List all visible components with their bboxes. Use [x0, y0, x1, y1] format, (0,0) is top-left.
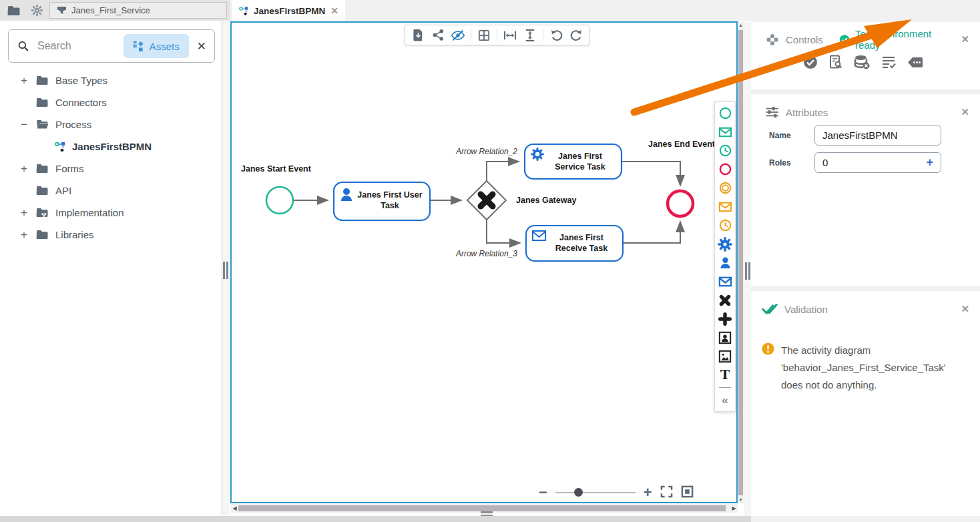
search-input[interactable] — [37, 40, 115, 52]
tree-item-forms[interactable]: + Forms — [0, 158, 222, 180]
collapse-icon[interactable]: − — [19, 118, 29, 132]
roles-value: 0 — [822, 157, 926, 168]
bottom-splitter-handle[interactable] — [481, 511, 493, 516]
tree-item-base-types[interactable]: + Base Types — [0, 69, 222, 91]
tab-close-icon[interactable]: ✕ — [330, 5, 338, 16]
flow-receivetask-to-end[interactable] — [623, 222, 680, 243]
zoom-bar: − + — [539, 486, 694, 499]
folder-icon — [36, 186, 49, 196]
message-intermediate-event-tool[interactable] — [717, 199, 733, 214]
receive-task-label[interactable]: Janes First Receive Task — [545, 233, 618, 254]
shape-palette: T « — [714, 101, 736, 412]
end-event-icon — [718, 162, 732, 176]
bpmn-diagram — [232, 23, 736, 502]
validation-message: The activity diagram 'behavior_Janes_Fir… — [781, 342, 960, 394]
end-event-shape[interactable] — [668, 191, 693, 216]
attributes-close-icon[interactable]: ✕ — [961, 106, 969, 118]
zoom-in-button[interactable]: + — [644, 487, 652, 498]
breadcrumb[interactable]: Janes_First_Service — [49, 2, 227, 19]
user-task-label[interactable]: Janes First User Task — [352, 190, 427, 211]
expand-icon[interactable]: + — [19, 162, 29, 176]
folder-button[interactable] — [4, 2, 24, 19]
clear-data-button[interactable] — [854, 55, 870, 72]
text-icon: T — [720, 368, 730, 381]
name-input[interactable] — [822, 129, 933, 141]
user-task-tool[interactable] — [717, 255, 733, 270]
image-tool[interactable] — [717, 348, 733, 364]
parallel-gateway-tool[interactable] — [717, 311, 733, 326]
folder-implementation-icon — [36, 208, 49, 218]
tree-item-implementation[interactable]: + Implementation — [0, 202, 222, 224]
search-box: Assets ✕ — [8, 29, 215, 63]
folder-icon — [36, 164, 49, 174]
tree-item-connectors[interactable]: Connectors — [0, 91, 222, 113]
end-event-tool[interactable] — [717, 162, 733, 177]
scroll-right-arrow[interactable]: ▶ — [730, 505, 738, 511]
splitter-handle[interactable] — [745, 262, 750, 280]
fullscreen-button[interactable] — [660, 485, 673, 501]
tree-item-api[interactable]: API — [0, 180, 222, 202]
bpmn-canvas[interactable]: Janes Start Event Janes First User Task … — [230, 21, 738, 503]
timer-intermediate-event-tool[interactable] — [717, 218, 733, 233]
fit-view-button[interactable] — [681, 485, 694, 501]
service-task-tool[interactable] — [717, 236, 733, 252]
relation-2-label[interactable]: Arrow Relation_2 — [443, 147, 517, 157]
start-event-tool[interactable] — [717, 105, 733, 121]
scroll-left-arrow[interactable]: ◀ — [231, 505, 238, 511]
exclusive-gateway-icon — [718, 294, 732, 307]
tags-button[interactable] — [907, 57, 923, 71]
service-task-icon — [718, 237, 732, 252]
folder-icon — [36, 97, 49, 107]
participant-tool[interactable] — [717, 330, 733, 345]
task-list-button[interactable] — [881, 55, 896, 71]
run-check-button[interactable] — [803, 55, 818, 72]
end-event-label[interactable]: Janes End Event — [648, 140, 722, 150]
right-splitter[interactable] — [744, 22, 751, 516]
zoom-slider-handle[interactable] — [574, 488, 583, 497]
intermediate-event-tool[interactable] — [717, 180, 733, 196]
splitter-handle[interactable] — [223, 262, 228, 279]
start-event-label[interactable]: Janes Start Event — [241, 164, 318, 175]
expand-icon[interactable]: + — [19, 228, 29, 242]
tree-label: Connectors — [55, 97, 107, 108]
flow-relation-3[interactable] — [487, 220, 520, 243]
zoom-out-button[interactable]: − — [539, 487, 547, 498]
canvas-vertical-scrollbar[interactable]: ▲ ▼ — [738, 22, 744, 503]
service-task-label[interactable]: Janes First Service Task — [543, 152, 617, 172]
tree-item-libraries[interactable]: + Libraries — [0, 224, 222, 246]
settings-button[interactable] — [27, 2, 47, 19]
tag-icon — [907, 57, 923, 68]
timer-start-event-tool[interactable] — [717, 143, 733, 158]
env-status: Test environment ready — [839, 28, 955, 51]
tree-item-process[interactable]: − Process — [0, 113, 222, 136]
expand-icon[interactable]: + — [19, 206, 29, 220]
horizontal-scroll-thumb[interactable] — [238, 505, 726, 511]
gateway-label[interactable]: Janes Gateway — [516, 196, 576, 206]
env-status-label: Test environment ready — [855, 28, 954, 51]
controls-close-icon[interactable]: ✕ — [961, 33, 969, 45]
audit-log-button[interactable] — [829, 55, 842, 72]
assets-filter-chip[interactable]: Assets — [124, 34, 189, 58]
vertical-scroll-thumb[interactable] — [738, 30, 743, 495]
tree-item-janesfirstbpmn[interactable]: JanesFirstBPMN — [0, 136, 222, 158]
expand-icon[interactable]: + — [19, 74, 29, 87]
add-role-button[interactable]: + — [926, 156, 933, 170]
controls-title: Controls — [786, 34, 823, 45]
tab-janesfirstbpmn[interactable]: JanesFirstBPMN ✕ — [232, 0, 345, 21]
scroll-down-arrow[interactable]: ▼ — [738, 497, 743, 503]
exclusive-gateway-tool[interactable] — [717, 292, 733, 308]
tree-label: API — [55, 185, 71, 196]
flow-servicetask-to-end[interactable] — [622, 162, 680, 186]
message-start-event-tool[interactable] — [717, 124, 733, 140]
start-event-shape[interactable] — [266, 187, 293, 214]
collapse-palette-button[interactable]: « — [717, 393, 733, 408]
search-clear-icon[interactable]: ✕ — [197, 39, 206, 53]
relation-3-label[interactable]: Arrow Relation_3 — [443, 249, 517, 259]
text-tool[interactable]: T — [717, 367, 733, 382]
left-splitter[interactable] — [222, 21, 230, 515]
flow-relation-2[interactable] — [487, 162, 519, 181]
scroll-up-arrow[interactable]: ▲ — [738, 22, 743, 29]
zoom-slider[interactable] — [555, 492, 636, 493]
validation-close-icon[interactable]: ✕ — [961, 303, 969, 315]
receive-task-tool[interactable] — [717, 274, 733, 289]
